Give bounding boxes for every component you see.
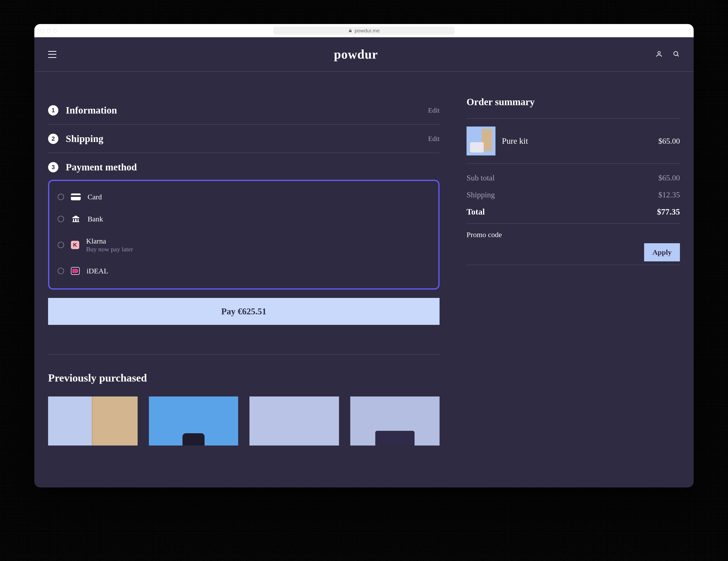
radio-icon [58,194,64,200]
payment-sublabel: Buy now pay later [86,246,133,253]
payment-label: iDEAL [87,267,108,275]
account-icon[interactable] [655,50,663,59]
label: Total [467,207,485,217]
item-name: Pure kit [502,136,528,146]
window-controls [40,29,57,33]
ideal-icon [71,267,80,275]
step-title: Information [66,105,117,116]
radio-icon [58,268,64,274]
promo-code-input[interactable] [467,249,644,262]
step-title: Payment method [66,161,137,173]
url-bar[interactable]: powdur.me [273,27,455,35]
payment-option-card[interactable]: Card [58,186,430,208]
site-header: powdur [34,37,694,72]
product-thumb-icon [467,127,495,156]
product-thumb[interactable] [149,396,238,445]
promo-section: Promo code Apply [467,224,680,265]
payment-method-panel: Card Bank K Klarna Buy now pay later [48,180,440,289]
apply-promo-button[interactable]: Apply [644,243,680,262]
summary-total: Total $77.35 [467,203,680,224]
step-badge: 1 [48,105,58,116]
window-maximize-icon[interactable] [53,29,57,33]
edit-information-link[interactable]: Edit [428,106,440,114]
value: $65.00 [658,173,680,183]
payment-label: Card [88,193,102,201]
card-icon [71,194,81,200]
payment-option-ideal[interactable]: iDEAL [58,260,430,282]
window-minimize-icon[interactable] [47,29,51,33]
window-close-icon[interactable] [40,29,44,33]
step-payment: 3 Payment method [48,153,440,178]
svg-point-0 [658,52,660,54]
summary-subtotal: Sub total $65.00 [467,170,680,186]
pay-button[interactable]: Pay €625.51 [48,298,440,325]
previously-purchased-list [48,396,440,445]
step-badge: 3 [48,162,58,172]
payment-option-bank[interactable]: Bank [58,208,430,230]
previously-purchased-heading: Previously purchased [48,372,440,384]
step-title: Shipping [66,133,103,145]
edit-shipping-link[interactable]: Edit [428,135,440,143]
product-thumb[interactable] [350,396,440,445]
radio-icon [58,216,64,222]
url-text: powdur.me [355,28,380,34]
lock-icon [348,29,352,33]
radio-icon [58,242,64,248]
payment-label: Bank [88,215,103,223]
summary-line-item: Pure kit $65.00 [467,119,680,164]
hamburger-menu-icon[interactable] [48,51,56,58]
step-shipping: 2 Shipping Edit [48,125,440,153]
klarna-icon: K [71,241,79,249]
item-price: $65.00 [658,137,680,146]
checkout-steps: 1 Information Edit 2 Shipping Edit 3 Pay… [48,96,440,487]
summary-title: Order summary [467,96,680,119]
product-thumb[interactable] [249,396,339,445]
search-icon[interactable] [673,50,680,59]
browser-chrome: powdur.me [34,24,694,37]
label: Sub total [467,173,495,183]
summary-shipping: Shipping $12.35 [467,186,680,203]
order-summary: Order summary Pure kit $65.00 Sub total … [467,96,680,487]
payment-option-klarna[interactable]: K Klarna Buy now pay later [58,230,430,260]
value: $12.35 [658,190,680,199]
step-badge: 2 [48,134,58,144]
product-thumb[interactable] [48,396,138,445]
label: Shipping [467,190,495,199]
bank-icon [71,215,81,223]
value: $77.35 [657,207,680,217]
svg-line-2 [677,55,679,56]
svg-point-1 [674,52,678,55]
site-logo[interactable]: powdur [334,47,378,62]
promo-label: Promo code [467,231,680,239]
step-information: 1 Information Edit [48,96,440,125]
browser-window: powdur.me powdur 1 Information Edit 2 [34,24,694,487]
payment-label: Klarna [86,237,133,245]
